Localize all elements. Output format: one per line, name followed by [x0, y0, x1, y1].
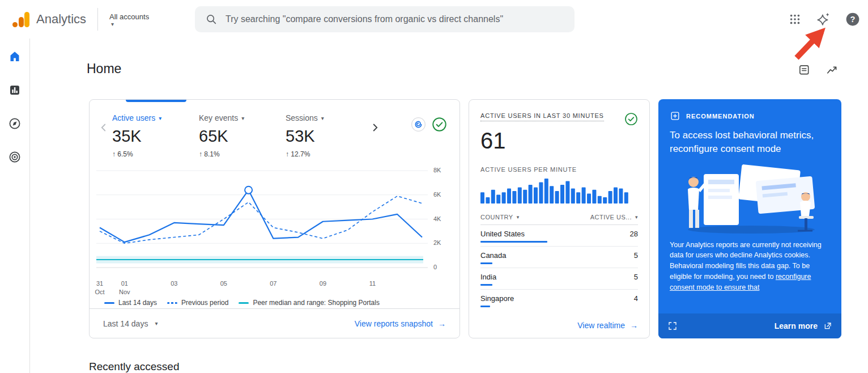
- sparkline-bar: [550, 186, 554, 204]
- x-tick-label: 09: [320, 279, 326, 288]
- svg-text:?: ?: [850, 15, 856, 24]
- sparkline-bar: [523, 190, 527, 204]
- note-icon[interactable]: [798, 63, 811, 77]
- table-row[interactable]: Singapore4: [480, 294, 638, 307]
- search-icon: [205, 13, 218, 26]
- help-icon[interactable]: ?: [845, 12, 860, 27]
- chevron-right-icon[interactable]: [369, 121, 384, 136]
- legend-label: Previous period: [181, 299, 228, 307]
- sparkline-bar: [619, 189, 623, 204]
- search-bar[interactable]: [195, 6, 575, 32]
- view-realtime-link[interactable]: View realtime →: [577, 321, 638, 330]
- country-bar: [480, 241, 547, 243]
- y-tick-label: 2K: [433, 239, 441, 246]
- legend-swatch-solid: [104, 302, 114, 304]
- sparkline-bar: [565, 181, 569, 204]
- legend-item: Peer median and range: Shopping Portals: [239, 299, 379, 307]
- nav-home-icon[interactable]: [6, 48, 24, 66]
- y-axis-labels: 02K4K6K8K: [433, 166, 452, 277]
- chart-legend: Last 14 days Previous period Peer median…: [104, 299, 459, 307]
- active-users-column-header[interactable]: ACTIVE US... ▾: [590, 214, 638, 221]
- last-14-days-line: [100, 190, 422, 242]
- legend-label: Peer median and range: Shopping Portals: [253, 299, 379, 307]
- x-tick-label: 31Oct: [95, 279, 104, 296]
- data-quality-check-icon[interactable]: [624, 112, 638, 126]
- sparkline-bar: [534, 187, 538, 204]
- recommendation-label: RECOMMENDATION: [686, 113, 755, 120]
- card-badges: [411, 117, 449, 132]
- y-tick-label: 6K: [433, 191, 441, 198]
- link-label: View realtime: [577, 321, 625, 330]
- overview-metrics-row: Active users▾ 35K ↑ 6.5% Key events▾ 65K…: [90, 100, 459, 158]
- sparkline-bar: [496, 195, 500, 204]
- metric-label: Sessions: [286, 113, 318, 122]
- sparkline-bar: [544, 179, 548, 204]
- main-content: Home Active users▾ 35K: [30, 39, 868, 373]
- country-value: 4: [634, 294, 638, 303]
- sparkline-bar: [486, 197, 490, 204]
- sparkline-bar: [571, 189, 575, 204]
- metric-tab-key-events[interactable]: Key events▾ 65K ↑ 8.1%: [199, 113, 286, 158]
- learn-more-label: Learn more: [775, 321, 818, 330]
- sparkline-bar: [576, 192, 580, 204]
- sparkline-bar: [582, 187, 586, 204]
- sparkline-bar: [512, 191, 516, 204]
- recommendation-card: RECOMMENDATION To access lost behavioral…: [658, 99, 841, 338]
- x-tick-label: 05: [220, 279, 227, 288]
- view-reports-snapshot-link[interactable]: View reports snapshot →: [355, 319, 446, 328]
- arrow-right-icon: →: [438, 319, 446, 328]
- country-name: United States: [480, 230, 525, 238]
- country-column-header[interactable]: COUNTRY ▾: [480, 214, 520, 221]
- search-input[interactable]: [225, 14, 564, 24]
- table-row[interactable]: United States28: [480, 230, 638, 247]
- x-tick-label: 03: [171, 279, 177, 288]
- legend-item: Previous period: [167, 299, 228, 307]
- metric-delta: ↑ 8.1%: [199, 150, 286, 158]
- data-quality-check-icon[interactable]: [432, 117, 447, 132]
- metric-tab-sessions[interactable]: Sessions▾ 53K ↑ 12.7%: [286, 113, 372, 158]
- chevron-down-icon: ▾: [159, 115, 161, 121]
- recommendation-footer: Learn more: [658, 313, 841, 338]
- recommendation-icon: [670, 111, 680, 121]
- nav-advertising-icon[interactable]: [6, 148, 24, 166]
- account-switcher[interactable]: All accounts ▾: [109, 12, 149, 26]
- metric-value: 35K: [112, 127, 199, 146]
- metric-label: Active users: [112, 113, 155, 122]
- active-users-count: 61: [480, 128, 638, 154]
- date-range-selector[interactable]: Last 14 days ▾: [103, 319, 158, 328]
- gemini-sparkle-icon[interactable]: [816, 12, 831, 27]
- metric-label: Key events: [199, 113, 238, 122]
- metric-value: 53K: [286, 127, 372, 146]
- nav-explore-icon[interactable]: [6, 115, 24, 133]
- chevron-down-icon: ▾: [241, 115, 244, 121]
- table-row[interactable]: Canada5: [480, 251, 638, 268]
- analytics-logo[interactable]: Analytics: [0, 12, 86, 27]
- country-bar: [480, 262, 492, 264]
- table-row[interactable]: India5: [480, 273, 638, 290]
- sparkline-bar: [480, 192, 484, 204]
- link-label: View reports snapshot: [355, 319, 433, 328]
- realtime-sparkline: [480, 177, 630, 204]
- y-tick-label: 4K: [433, 215, 441, 222]
- metric-tab-active-users[interactable]: Active users▾ 35K ↑ 6.5%: [112, 113, 199, 158]
- page-title: Home: [87, 61, 121, 77]
- insights-icon[interactable]: [826, 63, 839, 77]
- apps-grid-icon[interactable]: [789, 13, 801, 26]
- overview-card-footer: Last 14 days ▾ View reports snapshot →: [90, 308, 459, 338]
- benchmarking-badge-icon[interactable]: [411, 117, 426, 132]
- nav-reports-icon[interactable]: [6, 81, 24, 99]
- analytics-logo-icon: [12, 12, 31, 27]
- page-actions: [798, 63, 839, 77]
- sparkline-bar: [624, 192, 628, 204]
- metric-value: 65K: [199, 127, 286, 146]
- expand-icon[interactable]: [667, 321, 678, 331]
- date-range-label: Last 14 days: [103, 319, 148, 328]
- sparkline-bar: [598, 196, 602, 204]
- chevron-down-icon: ▾: [155, 320, 158, 327]
- learn-more-button[interactable]: Learn more: [775, 321, 832, 330]
- recently-accessed-heading: Recently accessed: [89, 361, 179, 373]
- country-name: Canada: [480, 251, 507, 260]
- chevron-left-icon[interactable]: [97, 121, 112, 136]
- previous-period-line: [100, 196, 422, 243]
- row-divider: [480, 246, 638, 247]
